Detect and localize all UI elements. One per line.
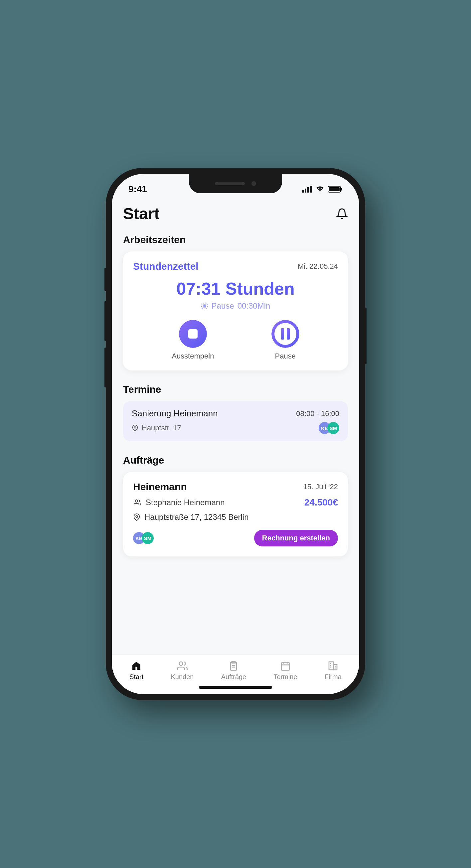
pause-icon bbox=[272, 320, 300, 348]
job-contact: Stephanie Heinemann bbox=[133, 498, 225, 507]
job-card[interactable]: Heinemann 15. Juli '22 Stephanie Heinema… bbox=[123, 472, 348, 556]
job-title: Heinemann bbox=[133, 481, 187, 493]
pause-button[interactable]: Pause bbox=[272, 320, 300, 361]
worked-hours: 07:31 Stunden bbox=[133, 279, 338, 299]
pin-icon bbox=[133, 513, 140, 522]
people-icon bbox=[177, 660, 188, 671]
svg-rect-9 bbox=[205, 305, 206, 307]
clock-out-button[interactable]: Ausstempeln bbox=[171, 320, 214, 361]
pin-icon bbox=[132, 424, 138, 432]
home-indicator[interactable] bbox=[199, 686, 272, 689]
people-icon bbox=[133, 499, 142, 506]
timesheet-link[interactable]: Stundenzettel bbox=[133, 261, 198, 272]
timesheet-card: Stundenzettel Mi. 22.05.24 07:31 Stunden… bbox=[123, 251, 348, 370]
svg-rect-2 bbox=[307, 187, 309, 192]
svg-rect-6 bbox=[341, 188, 342, 191]
tab-kunden[interactable]: Kunden bbox=[171, 660, 194, 681]
svg-point-10 bbox=[134, 427, 136, 428]
svg-rect-8 bbox=[203, 305, 204, 307]
bell-icon[interactable] bbox=[336, 208, 348, 220]
section-title-arbeitszeiten: Arbeitszeiten bbox=[123, 234, 348, 245]
svg-point-12 bbox=[136, 516, 138, 518]
avatar: SM bbox=[142, 532, 154, 544]
stop-icon bbox=[179, 320, 207, 348]
job-address: Hauptstraße 17, 12345 Berlin bbox=[133, 513, 338, 522]
signal-icon bbox=[302, 186, 312, 192]
svg-rect-5 bbox=[329, 187, 340, 191]
timesheet-date: Mi. 22.05.24 bbox=[298, 262, 338, 271]
svg-rect-3 bbox=[310, 186, 312, 192]
status-time: 9:41 bbox=[128, 184, 147, 194]
svg-point-11 bbox=[135, 500, 138, 502]
pause-info: Pause 00:30Min bbox=[133, 301, 338, 311]
clipboard-icon bbox=[228, 660, 239, 671]
svg-point-13 bbox=[179, 662, 183, 665]
job-price: 24.500€ bbox=[304, 497, 338, 508]
section-title-termine: Termine bbox=[123, 384, 348, 395]
svg-rect-1 bbox=[305, 189, 306, 192]
job-date: 15. Juli '22 bbox=[303, 483, 338, 491]
tab-termine[interactable]: Termine bbox=[274, 660, 297, 681]
power-button bbox=[365, 308, 367, 364]
calendar-icon bbox=[280, 660, 291, 671]
section-title-auftraege: Aufträge bbox=[123, 455, 348, 466]
appointment-card[interactable]: Sanierung Heinemann 08:00 - 16:00 Haupts… bbox=[123, 401, 348, 441]
appointment-avatars: KB SM bbox=[319, 422, 339, 434]
tab-start[interactable]: Start bbox=[129, 660, 144, 681]
create-invoice-button[interactable]: Rechnung erstellen bbox=[254, 530, 338, 547]
volume-down-button bbox=[104, 347, 106, 388]
svg-rect-23 bbox=[334, 664, 337, 670]
tab-firma[interactable]: Firma bbox=[325, 660, 342, 681]
svg-rect-0 bbox=[302, 190, 304, 192]
appointment-time: 08:00 - 16:00 bbox=[296, 409, 339, 418]
notch bbox=[189, 174, 282, 193]
page-title: Start bbox=[123, 205, 159, 223]
wifi-icon bbox=[315, 186, 325, 192]
phone-frame: 9:41 Start Arbeitszeiten Stundenzettel M… bbox=[106, 168, 365, 700]
side-button bbox=[104, 268, 106, 291]
volume-up-button bbox=[104, 301, 106, 341]
home-icon bbox=[131, 660, 142, 671]
building-icon bbox=[327, 660, 338, 671]
avatar: SM bbox=[327, 422, 339, 434]
appointment-title: Sanierung Heinemann bbox=[132, 408, 218, 419]
battery-icon bbox=[328, 186, 343, 192]
appointment-address: Hauptstr. 17 bbox=[132, 424, 181, 432]
svg-rect-18 bbox=[281, 663, 289, 671]
pause-small-icon bbox=[201, 302, 208, 310]
tab-auftraege[interactable]: Aufträge bbox=[221, 660, 247, 681]
job-avatars: KB SM bbox=[133, 532, 154, 544]
